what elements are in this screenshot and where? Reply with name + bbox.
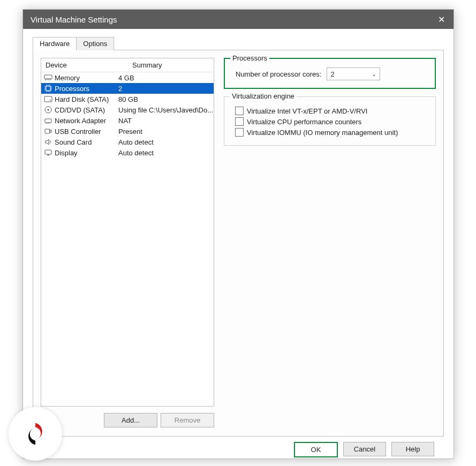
device-list: Device Summary Memory4 GBProcessors2Hard… — [41, 58, 214, 407]
device-summary: Auto detect — [118, 138, 214, 146]
device-row[interactable]: Hard Disk (SATA)80 GB — [41, 94, 214, 104]
device-row[interactable]: Sound CardAuto detect — [41, 137, 214, 147]
titlebar: Virtual Machine Settings ✕ — [23, 10, 454, 29]
close-icon: ✕ — [438, 14, 445, 25]
device-name: Memory — [55, 74, 118, 82]
sound-icon — [43, 137, 53, 147]
processors-legend: Processors — [230, 54, 269, 62]
svg-rect-18 — [44, 96, 52, 102]
device-summary: NAT — [118, 117, 214, 125]
checkbox-icon — [235, 128, 244, 137]
add-button[interactable]: Add... — [104, 413, 157, 427]
window-title: Virtual Machine Settings — [31, 15, 429, 24]
device-summary: 2 — [118, 85, 214, 93]
close-button[interactable]: ✕ — [429, 10, 454, 29]
processors-group: Processors Number of processor cores: 2 … — [224, 58, 436, 89]
svg-point-19 — [50, 100, 51, 101]
tab-panel-hardware: Device Summary Memory4 GBProcessors2Hard… — [33, 50, 444, 437]
virtualization-engine-group: Virtualization engine Virtualize Intel V… — [224, 96, 436, 146]
device-row[interactable]: CD/DVD (SATA)Using file C:\Users\Javed\D… — [41, 104, 214, 115]
device-name: CD/DVD (SATA) — [55, 106, 118, 114]
chevron-down-icon: ⌄ — [372, 71, 376, 78]
svg-rect-27 — [50, 130, 51, 132]
header-summary[interactable]: Summary — [128, 58, 214, 72]
device-row[interactable]: DisplayAuto detect — [41, 147, 214, 158]
device-summary: Present — [118, 127, 214, 136]
check-vt-x-label: Virtualize Intel VT-x/EPT or AMD-V/RVI — [247, 107, 367, 115]
svg-rect-0 — [44, 75, 52, 79]
ok-button[interactable]: OK — [294, 442, 338, 457]
device-name: Network Adapter — [55, 117, 118, 125]
device-summary: 80 GB — [118, 95, 214, 103]
display-icon — [43, 148, 53, 157]
check-vt-x[interactable]: Virtualize Intel VT-x/EPT or AMD-V/RVI — [232, 106, 428, 116]
device-summary: 4 GB — [118, 74, 214, 82]
check-perfcounters-label: Virtualize CPU performance counters — [247, 118, 361, 126]
usb-icon — [43, 126, 53, 136]
tabs: Hardware Options — [33, 36, 444, 50]
svg-rect-5 — [46, 86, 50, 91]
svg-rect-28 — [45, 150, 51, 154]
virt-engine-legend: Virtualization engine — [230, 92, 297, 100]
device-row[interactable]: Network AdapterNAT — [41, 115, 214, 126]
svg-rect-26 — [45, 129, 50, 133]
tab-hardware[interactable]: Hardware — [33, 37, 77, 50]
device-name: Sound Card — [55, 138, 118, 146]
swirl-icon — [20, 418, 51, 449]
network-icon — [43, 116, 53, 125]
device-row[interactable]: USB ControllerPresent — [41, 126, 214, 137]
header-device[interactable]: Device — [41, 58, 128, 72]
device-summary: Auto detect — [118, 149, 214, 157]
help-button[interactable]: Help — [391, 442, 434, 456]
device-name: Processors — [55, 85, 118, 93]
check-perfcounters[interactable]: Virtualize CPU performance counters — [232, 116, 428, 127]
cancel-button[interactable]: Cancel — [343, 442, 386, 456]
svg-point-21 — [48, 109, 49, 111]
device-name: Display — [55, 149, 118, 157]
device-summary: Using file C:\Users\Javed\Do... — [118, 106, 214, 114]
device-row[interactable]: Memory4 GB — [41, 72, 214, 83]
check-iommu-label: Virtualize IOMMU (IO memory management u… — [247, 129, 398, 137]
svg-rect-22 — [45, 119, 51, 123]
disc-icon — [43, 105, 53, 115]
disk-icon — [43, 94, 53, 104]
dialog-buttons: OK Cancel Help — [33, 437, 444, 457]
device-row[interactable]: Processors2 — [41, 83, 214, 94]
cores-label: Number of processor cores: — [236, 70, 321, 78]
cores-select[interactable]: 2 ⌄ — [327, 67, 380, 80]
memory-icon — [43, 73, 53, 82]
cores-value: 2 — [330, 70, 334, 78]
cpu-icon — [43, 84, 53, 93]
watermark — [9, 407, 62, 461]
remove-button: Remove — [161, 413, 214, 427]
checkbox-icon — [235, 107, 244, 115]
device-list-header: Device Summary — [41, 58, 214, 72]
tab-options[interactable]: Options — [76, 37, 114, 50]
check-iommu[interactable]: Virtualize IOMMU (IO memory management u… — [232, 127, 428, 138]
checkbox-icon — [235, 117, 244, 126]
device-name: USB Controller — [55, 127, 118, 136]
device-name: Hard Disk (SATA) — [55, 95, 118, 103]
